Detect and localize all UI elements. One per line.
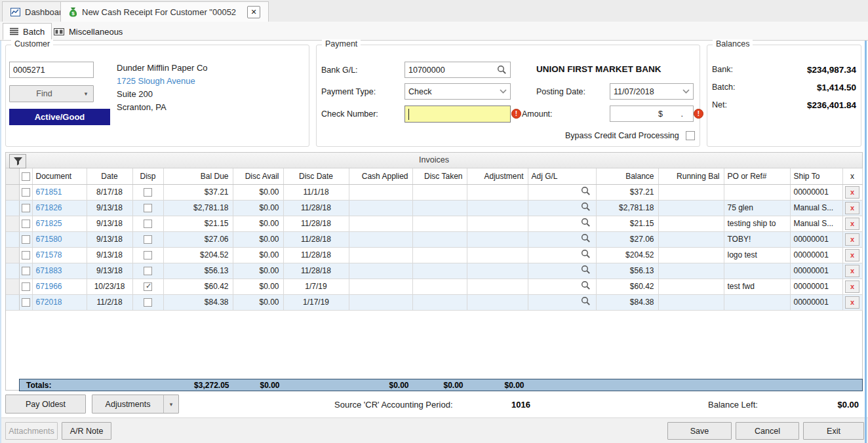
posting-date-select[interactable]: 11/07/2018 [610, 83, 694, 100]
header-disc-taken[interactable]: Disc Taken [412, 168, 467, 184]
po-ref-cell[interactable] [724, 184, 790, 200]
cash-applied-cell[interactable] [349, 200, 412, 216]
disc-taken-cell[interactable] [412, 294, 467, 310]
row-gutter[interactable] [6, 216, 19, 231]
row-gutter[interactable] [6, 279, 19, 294]
amount-input[interactable]: $ . [610, 106, 694, 122]
adjustment-cell[interactable] [467, 294, 528, 310]
adj-gl-search-icon[interactable] [581, 218, 591, 227]
bank-gl-search-icon[interactable] [497, 65, 507, 75]
po-ref-cell[interactable]: test fwd [724, 279, 790, 294]
header-ship-to[interactable]: Ship To [790, 168, 842, 184]
ship-to-cell[interactable]: 00000001 [790, 263, 842, 279]
delete-row-button[interactable]: x [845, 186, 859, 199]
adjustment-cell[interactable] [467, 263, 528, 279]
delete-row-button[interactable]: x [845, 233, 859, 246]
adjustment-cell[interactable] [467, 231, 528, 247]
delete-row-button[interactable]: x [845, 296, 859, 309]
po-ref-cell[interactable] [724, 294, 790, 310]
disp-checkbox[interactable] [144, 282, 152, 291]
find-button[interactable]: Find ▾ [9, 85, 94, 102]
exit-button[interactable]: Exit [803, 422, 864, 440]
disc-taken-cell[interactable] [412, 279, 467, 294]
adjustment-cell[interactable] [467, 279, 528, 294]
delete-row-button[interactable]: x [845, 265, 859, 277]
cash-applied-cell[interactable] [349, 279, 412, 294]
row-select-checkbox[interactable] [22, 282, 30, 291]
pay-oldest-button[interactable]: Pay Oldest [5, 395, 86, 414]
po-ref-cell[interactable]: TOBY! [724, 231, 790, 247]
header-document[interactable]: Document [32, 168, 87, 184]
document-link[interactable]: 671825 [36, 219, 62, 228]
cancel-button[interactable]: Cancel [736, 422, 799, 440]
disc-taken-cell[interactable] [412, 184, 467, 200]
disp-checkbox[interactable] [144, 220, 152, 228]
adjustment-cell[interactable] [467, 184, 528, 200]
row-select-checkbox[interactable] [22, 220, 30, 228]
tab-miscellaneous[interactable]: Miscellaneous [47, 23, 129, 40]
row-gutter[interactable] [6, 263, 19, 279]
header-adjustment[interactable]: Adjustment [467, 168, 528, 184]
row-select-checkbox[interactable] [22, 251, 30, 260]
disp-checkbox[interactable] [144, 267, 152, 275]
cash-applied-cell[interactable] [349, 231, 412, 247]
header-po-ref[interactable]: PO or Ref# [724, 168, 790, 184]
customer-address-link[interactable]: 1725 Slough Avenue [117, 76, 195, 86]
adj-gl-search-icon[interactable] [581, 265, 591, 275]
po-ref-cell[interactable] [724, 263, 790, 279]
header-adj-gl[interactable]: Adj G/L [528, 168, 596, 184]
disc-taken-cell[interactable] [412, 231, 467, 247]
bypass-cc-checkbox[interactable] [686, 131, 695, 140]
cash-applied-cell[interactable] [349, 294, 412, 310]
save-button[interactable]: Save [667, 422, 732, 440]
customer-number-input[interactable]: 0005271 [9, 62, 94, 78]
header-date[interactable]: Date [87, 168, 132, 184]
bank-gl-input[interactable]: 10700000 [404, 62, 511, 78]
adj-gl-search-icon[interactable] [581, 202, 591, 212]
tab-cash-receipt[interactable]: $ New Cash Receipt For Customer "00052 ✕ [60, 1, 269, 22]
attachments-button[interactable]: Attachments [5, 422, 58, 440]
disc-taken-cell[interactable] [412, 200, 467, 216]
delete-row-button[interactable]: x [845, 218, 859, 230]
tab-batch[interactable]: Batch [3, 23, 52, 40]
header-cash-applied[interactable]: Cash Applied [349, 168, 412, 184]
find-dropdown-icon[interactable]: ▾ [79, 86, 93, 102]
delete-row-button[interactable]: x [845, 202, 859, 214]
header-disc-date[interactable]: Disc Date [283, 168, 349, 184]
ship-to-cell[interactable]: 00000001 [790, 231, 842, 247]
ship-to-cell[interactable]: 00000001 [790, 294, 842, 310]
cash-applied-cell[interactable] [349, 247, 412, 263]
disp-checkbox[interactable] [144, 188, 152, 197]
ar-note-button[interactable]: A/R Note [62, 422, 111, 440]
header-disp[interactable]: Disp [132, 168, 163, 184]
adj-gl-search-icon[interactable] [581, 186, 591, 196]
row-gutter[interactable] [6, 184, 19, 200]
header-bal-due[interactable]: Bal Due [163, 168, 233, 184]
payment-type-select[interactable]: Check [404, 83, 511, 100]
row-gutter[interactable] [6, 294, 19, 310]
document-link[interactable]: 671580 [36, 235, 62, 244]
disp-checkbox[interactable] [144, 251, 152, 260]
adj-gl-search-icon[interactable] [581, 280, 591, 290]
adjustments-dropdown-icon[interactable]: ▾ [163, 395, 178, 413]
disc-taken-cell[interactable] [412, 263, 467, 279]
document-link[interactable]: 671883 [36, 266, 62, 275]
row-select-checkbox[interactable] [22, 298, 30, 307]
disp-checkbox[interactable] [144, 204, 152, 212]
select-all-checkbox[interactable] [22, 172, 30, 181]
row-select-checkbox[interactable] [22, 267, 30, 275]
adj-gl-search-icon[interactable] [581, 296, 591, 306]
adj-gl-search-icon[interactable] [581, 233, 591, 243]
disp-checkbox[interactable] [144, 298, 152, 307]
header-balance[interactable]: Balance [596, 168, 658, 184]
row-gutter[interactable] [6, 247, 19, 263]
document-link[interactable]: 672018 [36, 298, 62, 307]
adj-gl-search-icon[interactable] [581, 249, 591, 259]
cash-applied-cell[interactable] [349, 184, 412, 200]
row-select-checkbox[interactable] [22, 188, 30, 197]
document-link[interactable]: 671578 [36, 250, 62, 260]
po-ref-cell[interactable]: testing ship to [724, 216, 790, 231]
ship-to-cell[interactable]: 00000001 [790, 247, 842, 263]
adjustments-button[interactable]: Adjustments ▾ [92, 395, 179, 414]
row-select-checkbox[interactable] [22, 235, 30, 244]
